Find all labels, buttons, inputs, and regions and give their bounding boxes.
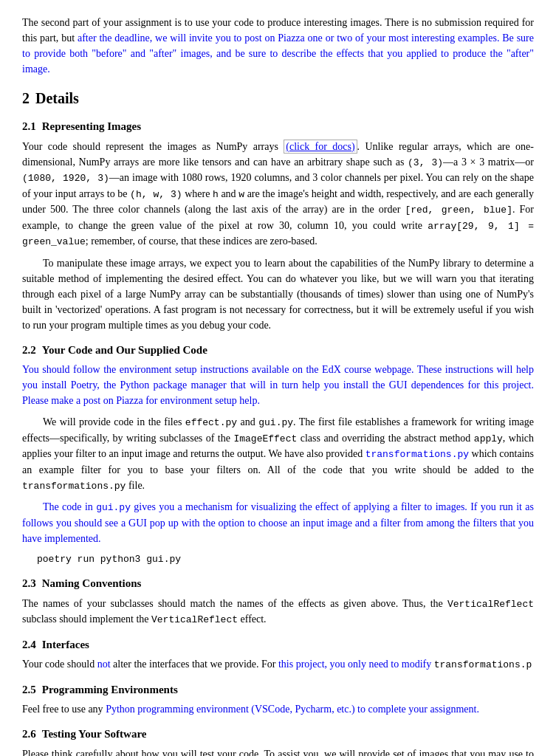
section25-title: Programming Environments: [42, 681, 178, 698]
section24-number: 2.4: [22, 636, 36, 653]
section24-blue2: this project, you only need to modify: [278, 659, 431, 670]
section24-para1: Your code should not alter the interface…: [22, 656, 534, 673]
section22-blue2: The code in gui.py gives you a mechanism…: [22, 501, 534, 544]
section26-header: 2.6 Testing Your Software: [22, 726, 534, 743]
section25-number: 2.5: [22, 681, 36, 698]
section23-header: 2.3 Naming Conventions: [22, 575, 534, 592]
section25-header: 2.5 Programming Environments: [22, 681, 534, 698]
section21-para1: Your code should represent the images as…: [22, 139, 534, 250]
section24-blue1: not: [97, 659, 111, 670]
section2-title: Details: [35, 87, 79, 109]
section23-para1: The names of your subclasses should matc…: [22, 596, 534, 628]
section24-header: 2.4 Interfaces: [22, 636, 534, 653]
section22-header: 2.2 Your Code and Our Supplied Code: [22, 342, 534, 359]
section21-para2: To manipulate these image arrays, we exp…: [22, 255, 534, 333]
section22-number: 2.2: [22, 342, 36, 359]
section22-para1: You should follow the environment setup …: [22, 362, 534, 408]
section26-number: 2.6: [22, 726, 36, 743]
section21-number: 2.1: [22, 118, 36, 135]
section26-para1: Please think carefully about how you wil…: [22, 746, 534, 757]
intro-paragraph: The second part of your assignment is to…: [22, 15, 534, 77]
poetry-command: poetry run python3 gui.py: [37, 552, 534, 567]
section22-para3: The code in gui.py gives you a mechanism…: [22, 499, 534, 546]
section22-blue1: You should follow the environment setup …: [22, 364, 534, 406]
section23-number: 2.3: [22, 575, 36, 592]
section2-header: 2 Details: [22, 87, 534, 109]
section25-blue1: Python programming environment (VSCode, …: [106, 704, 479, 715]
section22-title: Your Code and Our Supplied Code: [42, 342, 207, 359]
numpy-docs-link[interactable]: (click for docs): [284, 140, 357, 154]
section25-para1: Feel free to use any Python programming …: [22, 701, 534, 717]
section23-title: Naming Conventions: [42, 575, 142, 592]
intro-highlight: after the deadline, we will invite you t…: [22, 32, 534, 75]
section26-title: Testing Your Software: [42, 726, 147, 743]
section24-title: Interfaces: [42, 636, 89, 653]
section22-para2: We will provide code in the files effect…: [22, 414, 534, 493]
section2-number: 2: [22, 87, 30, 109]
section21-header: 2.1 Representing Images: [22, 118, 534, 135]
section21-title: Representing Images: [42, 118, 141, 135]
